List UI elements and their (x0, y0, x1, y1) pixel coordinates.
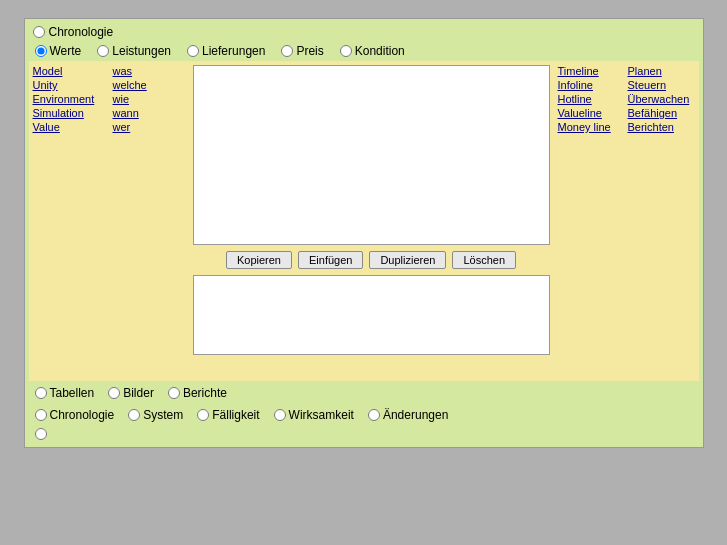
right-column-1: Timeline Infoline Hotline Valueline Mone… (554, 61, 624, 381)
link-timeline[interactable]: Timeline (558, 65, 620, 77)
kopieren-button[interactable]: Kopieren (226, 251, 292, 269)
link-wann[interactable]: wann (113, 107, 185, 119)
radio-wirksamkeit[interactable]: Wirksamkeit (274, 408, 354, 422)
radio-tabellen[interactable]: Tabellen (35, 386, 95, 400)
radio-faelligkeit[interactable]: Fälligkeit (197, 408, 259, 422)
main-textarea[interactable] (193, 65, 550, 245)
link-unity[interactable]: Unity (33, 79, 105, 91)
footer-radio-row: Chronologie System Fälligkeit Wirksamkei… (29, 405, 699, 425)
radio-lieferungen[interactable]: Lieferungen (187, 44, 265, 58)
link-infoline[interactable]: Infoline (558, 79, 620, 91)
radio-system[interactable]: System (128, 408, 183, 422)
center-column: Kopieren Einfügen Duplizieren Löschen (189, 61, 554, 381)
link-simulation[interactable]: Simulation (33, 107, 105, 119)
link-wer[interactable]: wer (113, 121, 185, 133)
radio-kondition[interactable]: Kondition (340, 44, 405, 58)
sub-textarea[interactable] (193, 275, 550, 355)
link-was[interactable]: was (113, 65, 185, 77)
link-model[interactable]: Model (33, 65, 105, 77)
radio-werte[interactable]: Werte (35, 44, 82, 58)
chronologie-radio[interactable] (33, 26, 45, 38)
radio-preis[interactable]: Preis (281, 44, 323, 58)
link-hotline[interactable]: Hotline (558, 93, 620, 105)
link-berichten[interactable]: Berichten (628, 121, 695, 133)
link-valueline[interactable]: Valueline (558, 107, 620, 119)
chronologie-header: Chronologie (29, 23, 699, 41)
button-row: Kopieren Einfügen Duplizieren Löschen (193, 251, 550, 269)
link-steuern[interactable]: Steuern (628, 79, 695, 91)
mid-column: was welche wie wann wer (109, 61, 189, 381)
link-ueberwachen[interactable]: Überwachen (628, 93, 695, 105)
link-welche[interactable]: welche (113, 79, 185, 91)
link-moneyline[interactable]: Money line (558, 121, 620, 133)
radio-bilder[interactable]: Bilder (108, 386, 154, 400)
bottom-radio-row: Tabellen Bilder Berichte (29, 383, 699, 403)
loeschen-button[interactable]: Löschen (452, 251, 516, 269)
radio-leistungen[interactable]: Leistungen (97, 44, 171, 58)
link-planen[interactable]: Planen (628, 65, 695, 77)
radio-chronologie-footer[interactable]: Chronologie (35, 408, 115, 422)
einfuegen-button[interactable]: Einfügen (298, 251, 363, 269)
link-value[interactable]: Value (33, 121, 105, 133)
left-column: Model Unity Environment Simulation Value (29, 61, 109, 381)
content-area: Model Unity Environment Simulation Value… (29, 61, 699, 381)
right-column-2: Planen Steuern Überwachen Befähigen Beri… (624, 61, 699, 381)
link-wie[interactable]: wie (113, 93, 185, 105)
chronologie-label: Chronologie (49, 25, 114, 39)
radio-aenderungen[interactable]: Änderungen (368, 408, 448, 422)
link-befaehigen[interactable]: Befähigen (628, 107, 695, 119)
footer-single-radio[interactable] (35, 428, 47, 440)
link-environment[interactable]: Environment (33, 93, 105, 105)
footer-row (29, 425, 699, 443)
radio-berichte[interactable]: Berichte (168, 386, 227, 400)
top-radio-row: Werte Leistungen Lieferungen Preis Kondi… (29, 41, 699, 61)
duplizieren-button[interactable]: Duplizieren (369, 251, 446, 269)
